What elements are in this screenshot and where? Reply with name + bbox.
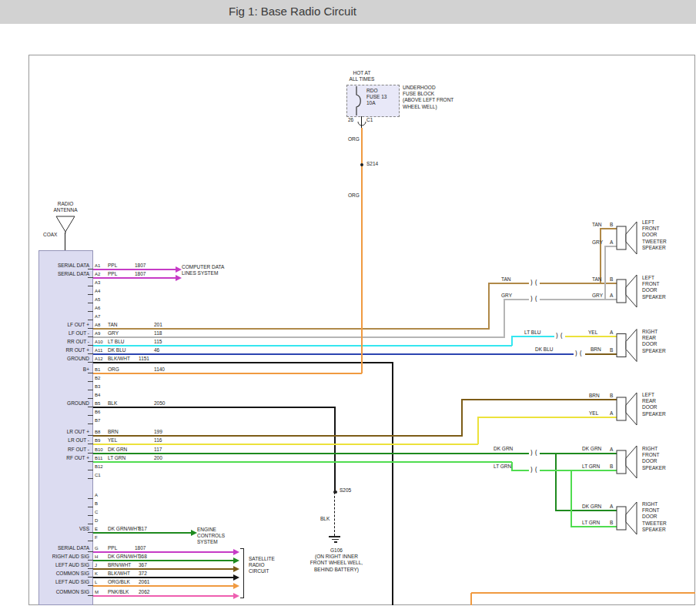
- speaker-pin-label: B: [610, 347, 613, 353]
- pin-signal-label: SERIAL DATA: [37, 545, 89, 551]
- satellite-radio-annotation: SATELLITE RADIO CIRCUIT: [249, 556, 275, 575]
- pin-signal-label: COMMON SIG: [37, 589, 89, 595]
- wire-b11-rf-plus: [511, 470, 617, 471]
- wire-color-label: ORG/BLK: [108, 579, 130, 585]
- pin-signal-label: SERIAL DATA: [37, 271, 89, 277]
- pin-id-label: B4: [95, 392, 100, 398]
- speaker-name: RIGHT FRONT DOOR TWEETER SPEAKER: [642, 501, 667, 533]
- inline-connector-icon: )(: [529, 467, 540, 474]
- hot-at-all-times-label: HOT AT ALL TIMES: [342, 70, 382, 82]
- wire-color-label: LT GRN: [494, 464, 511, 470]
- pin-signal-label: LF OUT -: [37, 330, 89, 336]
- radio-antenna-label: RADIO ANTENNA: [48, 201, 83, 213]
- wire-color-label: TAN: [501, 276, 511, 283]
- pin-id-label: B6: [95, 409, 100, 415]
- pin-id-label: A10: [95, 339, 103, 345]
- pin-id-label: B9: [95, 437, 100, 444]
- pin-id-label: A6: [95, 305, 100, 311]
- wire-color-label: BRN: [108, 429, 119, 435]
- antenna-icon: [54, 215, 77, 233]
- inline-connector-icon: )(: [554, 333, 565, 340]
- wire-color-label: PPL: [108, 263, 117, 269]
- wire-a8-lf-plus: [488, 283, 617, 284]
- wire-color-label: GRY: [501, 293, 512, 299]
- pin-signal-label: RIGHT AUD SIG: [37, 554, 89, 560]
- speaker-icon: [616, 445, 639, 479]
- pin-id-label: B: [95, 500, 98, 507]
- pin-id-label: A9: [95, 330, 100, 336]
- pin-tick: [88, 524, 93, 524]
- wire-b8-lr-plus: [461, 399, 617, 400]
- pin-id-label: C1: [95, 472, 101, 478]
- circuit-number-label: 200: [154, 455, 162, 461]
- pin-tick: [88, 381, 93, 382]
- wire-arrow-icon: [233, 557, 239, 564]
- fuse-pin-number-label: 26: [348, 117, 353, 123]
- satellite-bracket: [243, 548, 244, 598]
- wire-a9-lf-minus: [504, 299, 617, 300]
- pin-signal-label: RR OUT +: [37, 347, 89, 353]
- circuit-number-label: 118: [154, 330, 162, 336]
- speaker-pin-label: A: [610, 504, 613, 510]
- pin-id-label: A7: [95, 313, 100, 320]
- splice-dot: [333, 490, 337, 494]
- wire-b5-ground: [334, 407, 336, 492]
- wire-b8-lr-plus: [93, 435, 463, 437]
- wire-color-label: GRY: [108, 330, 119, 336]
- wire-color-label: BLK/WHT: [108, 356, 130, 362]
- wire-color-label: BRN: [589, 393, 600, 399]
- pin-signal-label: LR OUT +: [37, 429, 89, 435]
- inline-connector-icon: )(: [529, 296, 540, 303]
- s205-splice-label: S205: [340, 487, 351, 494]
- fuse-name-label: RDO FUSE 13 10A: [366, 88, 386, 107]
- wire-l-left-aud: [93, 585, 233, 587]
- wire-b11-rf-plus: [93, 461, 512, 463]
- wire-color-label: TAN: [108, 322, 118, 328]
- pin-tick: [88, 320, 93, 320]
- circuit-number-label: 372: [139, 571, 147, 577]
- wire-color-label: PPL: [108, 545, 117, 551]
- wire-color-label: LT BLU: [108, 339, 124, 345]
- pin-id-label: E: [95, 526, 98, 532]
- speaker-pin-label: B: [610, 520, 613, 526]
- pin-id-label: A5: [95, 296, 100, 303]
- pin-signal-label: LR OUT -: [37, 437, 89, 444]
- circuit-number-label: 817: [139, 526, 147, 532]
- circuit-number-label: 1807: [135, 545, 146, 551]
- wire-color-label: LT GRN: [108, 455, 125, 461]
- wire-color-label: BLK: [320, 516, 330, 522]
- wire-a12-ground: [392, 363, 393, 605]
- circuit-number-label: 1807: [135, 263, 146, 269]
- wire-color-label: TAN: [592, 276, 602, 283]
- wire-b5-ground: [93, 407, 336, 408]
- pin-id-label: L: [95, 579, 97, 585]
- wire-color-label: ORG: [348, 192, 360, 199]
- pin-tick: [88, 415, 93, 416]
- speaker-icon: [616, 274, 639, 308]
- pin-id-label: F: [95, 534, 98, 541]
- wire-a9-lf-minus: [93, 336, 504, 338]
- wire-a8-lf-plus: [488, 283, 490, 330]
- pin-tick: [88, 390, 93, 390]
- wire-b10-rf-minus: [555, 510, 617, 511]
- wire-offpage-org: [471, 592, 695, 594]
- pin-id-label: D: [95, 517, 98, 524]
- pin-tick: [88, 294, 93, 295]
- wire-a10-rr-minus: [93, 345, 512, 346]
- wire-b9-lr-minus: [477, 417, 617, 418]
- pin-id-label: G: [95, 545, 99, 551]
- wire-fuse-stub: [361, 116, 362, 128]
- pin-signal-label: RF OUT -: [37, 447, 89, 453]
- wire-arrow-icon: [233, 549, 239, 555]
- pin-signal-label: LEFT AUD SIG: [37, 579, 89, 585]
- wire-arrow-icon: [233, 593, 239, 599]
- speaker-name: RIGHT FRONT DOOR SPEAKER: [642, 446, 666, 471]
- speaker-pin-label: B: [610, 464, 613, 470]
- wire-a10-rr-minus-far: [564, 336, 617, 337]
- speaker-pin-label: A: [610, 410, 613, 417]
- ground-symbol-icon: [334, 541, 337, 543]
- wire-antenna-lead: [65, 233, 65, 250]
- speaker-pin-label: B: [610, 276, 613, 283]
- circuit-number-label: 115: [154, 339, 162, 345]
- pin-id-label: H: [95, 554, 98, 560]
